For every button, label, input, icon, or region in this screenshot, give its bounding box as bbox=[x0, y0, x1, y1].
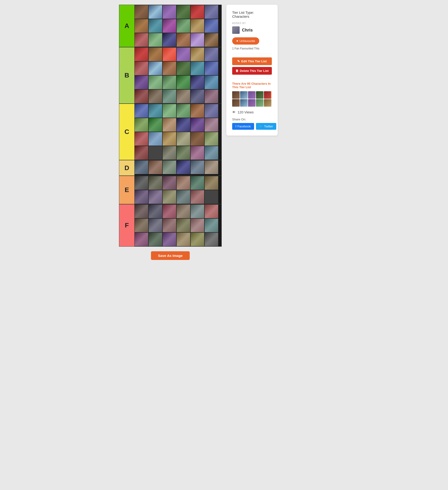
preview-img[interactable] bbox=[256, 99, 264, 107]
preview-img[interactable] bbox=[264, 91, 271, 99]
char-img[interactable] bbox=[190, 61, 204, 75]
char-img[interactable] bbox=[162, 176, 176, 190]
char-img[interactable] bbox=[134, 204, 148, 219]
char-img[interactable] bbox=[190, 118, 204, 132]
char-img[interactable] bbox=[134, 19, 148, 33]
char-img[interactable] bbox=[148, 104, 162, 118]
char-img[interactable] bbox=[204, 232, 218, 246]
preview-img[interactable] bbox=[264, 99, 271, 107]
char-img[interactable] bbox=[176, 19, 190, 33]
preview-img[interactable] bbox=[248, 91, 255, 99]
char-img[interactable] bbox=[134, 89, 148, 103]
char-img[interactable] bbox=[204, 104, 218, 118]
char-img[interactable] bbox=[134, 104, 148, 118]
char-img[interactable] bbox=[176, 89, 190, 103]
char-img[interactable] bbox=[148, 146, 162, 160]
char-img[interactable] bbox=[148, 219, 162, 232]
char-img[interactable] bbox=[204, 219, 218, 232]
save-as-image-button[interactable]: Save As Image bbox=[151, 251, 189, 260]
fans-link[interactable]: 1 Fan bbox=[232, 47, 239, 50]
char-img[interactable] bbox=[204, 176, 218, 190]
char-img[interactable] bbox=[204, 61, 218, 75]
char-img[interactable] bbox=[148, 160, 162, 174]
char-img[interactable] bbox=[134, 232, 148, 246]
char-img[interactable] bbox=[190, 47, 204, 61]
char-img[interactable] bbox=[190, 190, 204, 204]
char-img[interactable] bbox=[176, 47, 190, 61]
char-img[interactable] bbox=[134, 146, 148, 160]
char-img[interactable] bbox=[176, 219, 190, 232]
char-img[interactable] bbox=[162, 118, 176, 132]
char-img[interactable] bbox=[204, 160, 218, 174]
char-img[interactable] bbox=[204, 33, 218, 47]
char-img[interactable] bbox=[148, 61, 162, 75]
char-img[interactable] bbox=[134, 75, 148, 89]
char-img[interactable] bbox=[148, 204, 162, 219]
char-img[interactable] bbox=[190, 89, 204, 103]
char-img[interactable] bbox=[204, 5, 218, 19]
char-img[interactable] bbox=[176, 232, 190, 246]
char-img[interactable] bbox=[148, 89, 162, 103]
char-img[interactable] bbox=[162, 219, 176, 232]
char-img[interactable] bbox=[176, 33, 190, 47]
char-img[interactable] bbox=[148, 75, 162, 89]
char-img[interactable] bbox=[176, 61, 190, 75]
char-img[interactable] bbox=[204, 146, 218, 160]
char-img[interactable] bbox=[162, 19, 176, 33]
char-img[interactable] bbox=[204, 132, 218, 146]
char-img[interactable] bbox=[162, 104, 176, 118]
char-img[interactable] bbox=[134, 132, 148, 146]
char-img[interactable] bbox=[176, 132, 190, 146]
char-img[interactable] bbox=[190, 75, 204, 89]
char-img[interactable] bbox=[134, 61, 148, 75]
char-img[interactable] bbox=[162, 89, 176, 103]
char-img[interactable] bbox=[162, 160, 176, 174]
char-img[interactable] bbox=[134, 33, 148, 47]
char-img[interactable] bbox=[134, 47, 148, 61]
char-img[interactable] bbox=[190, 176, 204, 190]
char-img[interactable] bbox=[204, 75, 218, 89]
char-img[interactable] bbox=[148, 33, 162, 47]
char-img[interactable] bbox=[162, 204, 176, 219]
char-img[interactable] bbox=[204, 204, 218, 219]
char-img[interactable] bbox=[176, 176, 190, 190]
char-img[interactable] bbox=[176, 190, 190, 204]
twitter-share-button[interactable]: 🐦 Twitter bbox=[256, 123, 276, 130]
preview-img[interactable] bbox=[232, 99, 240, 107]
preview-img[interactable] bbox=[248, 99, 255, 107]
preview-img[interactable] bbox=[256, 91, 264, 99]
facebook-share-button[interactable]: f Facebook bbox=[232, 123, 254, 130]
char-img[interactable] bbox=[148, 5, 162, 19]
char-img[interactable] bbox=[162, 5, 176, 19]
char-img[interactable] bbox=[190, 146, 204, 160]
char-img[interactable] bbox=[162, 61, 176, 75]
edit-tier-list-button[interactable]: ✎ Edit This Tier List bbox=[232, 57, 272, 65]
char-img[interactable] bbox=[162, 232, 176, 246]
char-img[interactable] bbox=[176, 146, 190, 160]
char-img[interactable] bbox=[190, 160, 204, 174]
char-img[interactable] bbox=[190, 5, 204, 19]
char-img[interactable] bbox=[162, 132, 176, 146]
char-img[interactable] bbox=[204, 19, 218, 33]
char-img[interactable] bbox=[134, 190, 148, 204]
char-img[interactable] bbox=[148, 176, 162, 190]
char-img[interactable] bbox=[190, 232, 204, 246]
char-img[interactable] bbox=[162, 190, 176, 204]
preview-img[interactable] bbox=[240, 99, 247, 107]
unfavourite-button[interactable]: ♥ Unfavourite bbox=[232, 37, 259, 44]
char-img[interactable] bbox=[162, 47, 176, 61]
char-img[interactable] bbox=[148, 118, 162, 132]
char-img[interactable] bbox=[134, 176, 148, 190]
char-img[interactable] bbox=[176, 160, 190, 174]
char-img[interactable] bbox=[148, 47, 162, 61]
char-img[interactable] bbox=[176, 75, 190, 89]
char-img[interactable] bbox=[190, 33, 204, 47]
char-img[interactable] bbox=[162, 146, 176, 160]
char-img[interactable] bbox=[134, 5, 148, 19]
char-img[interactable] bbox=[148, 232, 162, 246]
delete-tier-list-button[interactable]: 🗑 Delete This Tier List bbox=[232, 67, 272, 75]
char-img[interactable] bbox=[176, 204, 190, 219]
char-img[interactable] bbox=[190, 19, 204, 33]
char-img[interactable] bbox=[134, 160, 148, 174]
char-img[interactable] bbox=[148, 190, 162, 204]
